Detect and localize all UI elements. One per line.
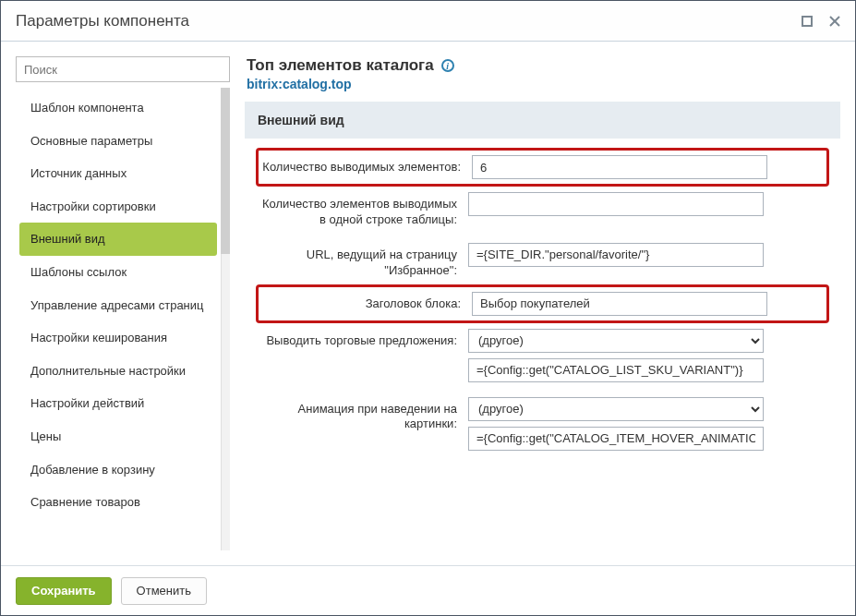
sidebar-item-compare[interactable]: Сравнение товаров — [19, 486, 217, 519]
row-hover: Анимация при наведении на картинки: (дру… — [258, 390, 827, 458]
titlebar: Параметры компонента — [1, 1, 855, 42]
search-input[interactable] — [16, 56, 230, 82]
sidebar-item-caching[interactable]: Настройки кеширования — [19, 321, 217, 355]
input-sku[interactable] — [468, 358, 764, 382]
input-per-row[interactable] — [468, 192, 764, 216]
sidebar: Шаблон компонента Основные параметры Ист… — [16, 56, 230, 550]
component-params-dialog: Параметры компонента Шаблон компонента О… — [0, 0, 856, 616]
sidebar-item-appearance[interactable]: Внешний вид — [19, 223, 217, 256]
label-sku: Выводить торговые предложения: — [258, 329, 468, 349]
label-hover: Анимация при наведении на картинки: — [258, 397, 468, 433]
titlebar-actions — [802, 16, 840, 27]
search-wrap — [16, 56, 230, 88]
sidebar-item-sorting[interactable]: Настройки сортировки — [19, 190, 217, 223]
nav-list: Шаблон компонента Основные параметры Ист… — [16, 88, 230, 523]
save-button[interactable]: Сохранить — [16, 577, 112, 605]
label-block-title: Заголовок блока: — [261, 292, 472, 312]
input-element-count[interactable] — [472, 155, 767, 179]
sidebar-item-main-params[interactable]: Основные параметры — [19, 125, 217, 158]
section-header: Внешний вид — [245, 102, 840, 139]
component-title: Топ элементов каталога — [247, 56, 434, 75]
row-element-count: Количество выводимых элементов: — [258, 150, 827, 185]
footer: Сохранить Отменить — [1, 565, 855, 615]
svg-rect-0 — [802, 17, 812, 26]
sidebar-item-actions[interactable]: Настройки действий — [19, 387, 217, 420]
row-sku: Выводить торговые предложения: (другое) — [258, 321, 827, 390]
input-block-title[interactable] — [472, 292, 767, 316]
form: Количество выводимых элементов: Количест… — [245, 139, 840, 469]
component-code: bitrix:catalog.top — [247, 77, 840, 91]
input-hover[interactable] — [468, 427, 764, 451]
select-sku[interactable]: (другое) — [468, 329, 764, 353]
label-per-row: Количество элементов выводимых в одной с… — [258, 192, 468, 228]
sidebar-scrollbar[interactable] — [221, 88, 230, 550]
input-fav-url[interactable] — [468, 243, 764, 267]
cancel-button[interactable]: Отменить — [121, 577, 207, 605]
sidebar-scroll-thumb[interactable] — [221, 88, 230, 254]
main-title-row: Топ элементов каталога i — [247, 56, 840, 75]
row-fav-url: URL, ведущий на страницу "Избранное": — [258, 236, 827, 286]
sidebar-item-data-source[interactable]: Источник данных — [19, 157, 217, 190]
row-block-title: Заголовок блока: — [258, 286, 827, 321]
sidebar-item-prices[interactable]: Цены — [19, 420, 217, 453]
sidebar-item-template[interactable]: Шаблон компонента — [19, 91, 217, 125]
main-panel: Топ элементов каталога i bitrix:catalog.… — [245, 56, 840, 550]
label-element-count: Количество выводимых элементов: — [261, 155, 472, 175]
row-per-row: Количество элементов выводимых в одной с… — [258, 185, 827, 236]
sidebar-item-additional[interactable]: Дополнительные настройки — [19, 355, 217, 388]
label-fav-url: URL, ведущий на страницу "Избранное": — [258, 243, 468, 279]
sidebar-nav: Шаблон компонента Основные параметры Ист… — [16, 88, 230, 550]
main-body[interactable]: Внешний вид Количество выводимых элемент… — [245, 101, 840, 550]
sidebar-item-link-templates[interactable]: Шаблоны ссылок — [19, 256, 217, 289]
sidebar-item-url-management[interactable]: Управление адресами страниц — [19, 289, 217, 322]
window-title: Параметры компонента — [16, 12, 802, 30]
main-header: Топ элементов каталога i bitrix:catalog.… — [245, 56, 840, 101]
close-icon[interactable] — [829, 16, 840, 27]
info-icon[interactable]: i — [441, 59, 454, 72]
select-hover[interactable]: (другое) — [468, 397, 764, 421]
sidebar-item-add-to-cart[interactable]: Добавление в корзину — [19, 453, 217, 487]
maximize-icon[interactable] — [802, 16, 813, 27]
content: Шаблон компонента Основные параметры Ист… — [1, 42, 855, 565]
